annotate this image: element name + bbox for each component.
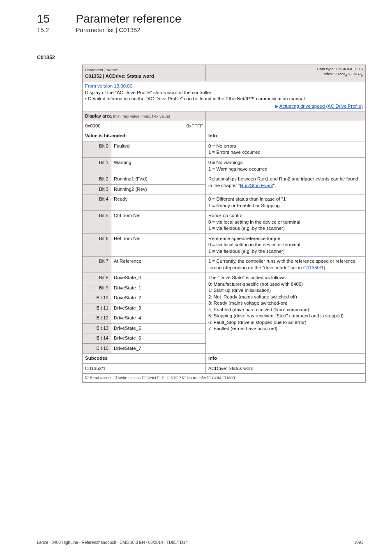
access-flags: ☑ Read access ☐ Write access ☐ CINH ☐ PL… (83, 374, 366, 383)
bit-name: DriveState_1 (111, 283, 206, 293)
bit-name: DriveState_3 (111, 303, 206, 313)
bit-name: DriveState_6 (111, 333, 206, 344)
bit-row: Bit 2 Running1 (Fwd) Relationships betwe… (83, 174, 366, 185)
param-name: C01352 | ACDrive: Status word (85, 74, 154, 79)
from-version-link[interactable]: From version 13.00.00 (85, 83, 132, 88)
bit-number: Bit 14 (83, 333, 111, 344)
chapter-title: Parameter reference (76, 12, 181, 25)
ac-drive-profile-link[interactable]: Actuating drive speed (AC Drive Profile) (279, 104, 363, 109)
bit-number: Bit 6 (83, 234, 111, 257)
table-title-row: Parameter | Name: C01352 | ACDrive: Stat… (83, 65, 366, 81)
chapter-number: 15 (37, 12, 74, 25)
display-area-label: Display area (min. hex value | max. hex … (83, 111, 206, 121)
bit-name: DriveState_7 (111, 343, 206, 354)
description-row: From version 13.00.00 Display of the "AC… (83, 81, 366, 111)
bit-name: At Reference (111, 257, 206, 273)
param-name-label: Parameter | Name: (85, 67, 118, 72)
bit-row: Bit 5 Ctrl from Net Run/Stop control: 0 … (83, 211, 366, 234)
subcode-row: C01352/1 ACDrive: Status word (83, 363, 366, 374)
hex-max: 0xFFFF (177, 121, 206, 131)
bit-row: Bit 7 At Reference 1 ≡ Currently, the co… (83, 257, 366, 273)
bit-name: DriveState_4 (111, 313, 206, 324)
bit-row: Bit 6 Ref from Net Reference speed/refer… (83, 234, 366, 257)
bit-name: DriveState_0 (111, 273, 206, 283)
bit-number: Bit 1 (83, 158, 111, 174)
bit-name: Ready (111, 194, 206, 211)
bit-name: DriveState_2 (111, 293, 206, 303)
chapter-line: 15 Parameter reference (37, 12, 363, 25)
bit-number: Bit 0 (83, 141, 111, 157)
bit-number: Bit 7 (83, 257, 111, 273)
index-value: Index: 23223d = 5AB7h (323, 72, 363, 76)
parameter-table: Parameter | Name: C01352 | ACDrive: Stat… (82, 65, 366, 383)
bit-number: Bit 11 (83, 303, 111, 313)
param-name-cell: Parameter | Name: C01352 | ACDrive: Stat… (83, 65, 206, 81)
hex-mid (111, 121, 177, 131)
bit-number: Bit 8 (83, 273, 111, 283)
parameter-id: C01352 (37, 55, 363, 60)
bit-name: Running2 (Rev) (111, 184, 206, 194)
run-stop-event-link[interactable]: Run/Stop Event (240, 183, 273, 188)
subcodes-label: Subcodes (83, 354, 206, 364)
display-area-header: Display area (min. hex value | max. hex … (83, 111, 366, 121)
subcode-desc: ACDrive: Status word (206, 363, 366, 374)
hex-info (206, 121, 366, 131)
display-area-empty (206, 111, 366, 121)
subcodes-header: Subcodes Info (83, 354, 366, 364)
bit-number: Bit 9 (83, 283, 111, 293)
bit-header-left: Value is bit-coded: (83, 131, 206, 141)
bit-row: Bit 0 Faulted 0 ≡ No errors 1 ≡ Errors h… (83, 141, 366, 157)
bit-number: Bit 3 (83, 184, 111, 194)
bit-header-row: Value is bit-coded: Info (83, 131, 366, 141)
description-cell: From version 13.00.00 Display of the "AC… (83, 81, 366, 111)
footer-left: Lenze · 8400 HighLine · Referenzhandbuch… (37, 540, 188, 545)
bit-number: Bit 2 (83, 174, 111, 185)
footer-page-number: 1091 (354, 540, 363, 545)
bit-name: Ref from Net (111, 234, 206, 257)
subcodes-info-label: Info (206, 354, 366, 364)
bit-number: Bit 10 (83, 293, 111, 303)
bit-row: Bit 8 DriveState_0 The "Drive State" is … (83, 273, 366, 283)
bit-info: 0 ≡ No errors 1 ≡ Errors have occurred (206, 141, 366, 157)
subcode-id: C01352/1 (83, 363, 206, 374)
section-number: 15.2 (37, 26, 74, 33)
hex-min: 0x0000 (83, 121, 111, 131)
display-area-values: 0x0000 0xFFFF (83, 121, 366, 131)
bit-number: Bit 4 (83, 194, 111, 211)
c01350-link[interactable]: C01350/1 (303, 265, 324, 270)
bit-name: DriveState_5 (111, 323, 206, 333)
access-row: ☑ Read access ☐ Write access ☐ CINH ☐ PL… (83, 374, 366, 383)
section-line: 15.2 Parameter list | C01352 (37, 26, 363, 34)
bit-name: Running1 (Fwd) (111, 174, 206, 185)
section-title: Parameter list | C01352 (76, 26, 140, 33)
bit-number: Bit 13 (83, 323, 111, 333)
bit-number: Bit 5 (83, 211, 111, 234)
bit-name: Faulted (111, 141, 206, 157)
bit-info: Run/Stop control: 0 ≡ via local setting … (206, 211, 366, 234)
bit-number: Bit 15 (83, 343, 111, 354)
data-type: Data type: UNSIGNED_16 (317, 67, 363, 71)
bit-header-right: Info (206, 131, 366, 141)
param-meta-cell: Data type: UNSIGNED_16 Index: 23223d = 5… (206, 65, 366, 81)
divider (37, 43, 363, 43)
bit-row: Bit 4 Ready 0 ≡ Different status than in… (83, 194, 366, 211)
bit-info: Reference speed/reference torque: 0 ≡ vi… (206, 234, 366, 257)
bit-name: Warning (111, 158, 206, 174)
desc-bullet: • Detailed information on the "AC Drive … (85, 96, 306, 101)
bit-name: Ctrl from Net (111, 211, 206, 234)
parameter-table-wrap: Parameter | Name: C01352 | ACDrive: Stat… (82, 65, 366, 383)
page-footer: Lenze · 8400 HighLine · Referenzhandbuch… (37, 540, 363, 545)
bit-number: Bit 12 (83, 313, 111, 324)
bit-info: 0 ≡ No warnings 1 ≡ Warnings have occurr… (206, 158, 366, 174)
arrow-icon: ▶ (275, 104, 279, 109)
drive-state-info: The "Drive State" is coded as follows: 0… (206, 273, 366, 354)
desc-line-1: Display of the "AC Drive Profile" status… (85, 90, 211, 95)
bit-info: 0 ≡ Different status than in case of "1"… (206, 194, 366, 211)
page: 15 Parameter reference 15.2 Parameter li… (0, 0, 392, 555)
bit-info: Relationships between Run1 and Run2 and … (206, 174, 366, 194)
bit-info: 1 ≡ Currently, the controller runs with … (206, 257, 366, 273)
bit-row: Bit 1 Warning 0 ≡ No warnings 1 ≡ Warnin… (83, 158, 366, 174)
